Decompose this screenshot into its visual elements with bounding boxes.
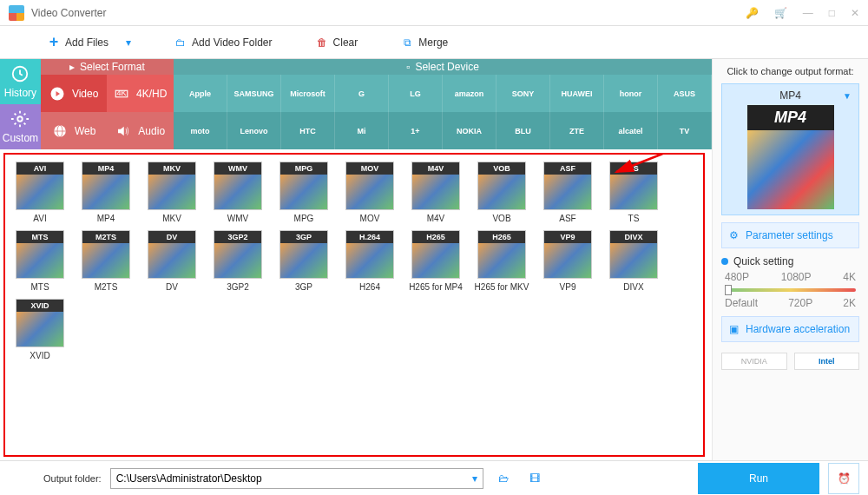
- run-button[interactable]: Run: [698, 463, 819, 494]
- parameter-settings-button[interactable]: ⚙ Parameter settings: [721, 222, 859, 248]
- device-sony[interactable]: SONY: [496, 75, 550, 112]
- device-mi[interactable]: Mi: [335, 112, 389, 149]
- history-label: History: [4, 87, 36, 99]
- video-tab-label: Video: [72, 88, 98, 100]
- device-g[interactable]: G: [335, 75, 389, 112]
- device-blu[interactable]: BLU: [496, 112, 550, 149]
- format-asf[interactable]: ASFASF: [540, 162, 595, 223]
- add-folder-button[interactable]: 🗀 Add Video Folder: [174, 36, 273, 49]
- history-tab[interactable]: History: [0, 59, 41, 104]
- format-label: 3GP2: [227, 282, 249, 292]
- device-lenovo[interactable]: Lenovo: [227, 112, 281, 149]
- output-folder-input[interactable]: C:\Users\Administrator\Desktop ▾: [110, 468, 483, 489]
- format-wmv[interactable]: WMVWMV: [210, 162, 266, 223]
- minimize-button[interactable]: —: [803, 7, 813, 19]
- quick-setting-label: Quick setting: [733, 255, 793, 267]
- format-dv[interactable]: DVDV: [144, 230, 200, 292]
- audio-tab[interactable]: Audio: [107, 112, 174, 149]
- device-nokia[interactable]: NOKIA: [443, 112, 496, 149]
- format-label: VP9: [560, 282, 576, 292]
- format-mp4[interactable]: MP4MP4: [78, 162, 134, 223]
- format-icon: H.264: [345, 230, 394, 279]
- device-alcatel[interactable]: alcatel: [604, 112, 658, 149]
- device-tv[interactable]: TV: [658, 112, 712, 149]
- device-asus[interactable]: ASUS: [658, 75, 712, 112]
- hardware-accel-button[interactable]: ▣ Hardware acceleration: [721, 316, 859, 342]
- format-icon: VOB: [477, 162, 526, 210]
- format-icon: MP4: [82, 162, 130, 210]
- web-tab[interactable]: Web: [41, 112, 108, 149]
- browse-folder-button[interactable]: 🗁: [492, 468, 515, 489]
- cart-icon[interactable]: 🛒: [774, 7, 787, 19]
- device-honor[interactable]: honor: [604, 75, 658, 112]
- format-3gp2[interactable]: 3GP23GP2: [210, 230, 266, 292]
- format-icon: TS: [609, 162, 658, 210]
- format-m2ts[interactable]: M2TSM2TS: [78, 230, 134, 292]
- hardware-accel-label: Hardware acceleration: [746, 323, 850, 335]
- slider-tick-label: 4K: [843, 271, 856, 283]
- format-label: H265 for MP4: [409, 282, 463, 292]
- left-column: History Custom ▸ Select Format Video: [0, 59, 712, 460]
- device-samsung[interactable]: SAMSUNG: [227, 75, 281, 112]
- quality-slider[interactable]: [725, 288, 856, 292]
- merge-button[interactable]: ⧉ Merge: [401, 36, 448, 49]
- hd-tab[interactable]: 4K 4K/HD: [107, 75, 174, 112]
- hardware-logos: NVIDIA Intel: [721, 349, 859, 373]
- slider-thumb[interactable]: [725, 285, 732, 295]
- format-h265-for-mkv[interactable]: H265H265 for MKV: [474, 230, 529, 292]
- format-mts[interactable]: MTSMTS: [12, 230, 68, 292]
- quick-setting-section: Quick setting 480P1080P4K Default720P2K: [721, 255, 859, 309]
- custom-tab[interactable]: Custom: [0, 104, 41, 149]
- app-logo-icon: [9, 5, 24, 21]
- format-mkv[interactable]: MKVMKV: [144, 162, 200, 223]
- svg-text:4K: 4K: [117, 89, 127, 97]
- format-divx[interactable]: DIVXDIVX: [606, 230, 661, 292]
- format-label: TS: [628, 214, 640, 223]
- format-m4v[interactable]: M4VM4V: [408, 162, 464, 223]
- format-icon: DV: [148, 230, 196, 279]
- device-apple[interactable]: Apple: [174, 75, 227, 112]
- device-microsoft[interactable]: Microsoft: [281, 75, 335, 112]
- plus-icon: +: [48, 36, 60, 49]
- schedule-button[interactable]: ⏰: [828, 463, 859, 494]
- format-label: MTS: [30, 282, 49, 292]
- format-mpg[interactable]: MPGMPG: [276, 162, 332, 223]
- format-avi[interactable]: AVIAVI: [12, 162, 68, 223]
- globe-icon: [52, 123, 68, 139]
- device-zte[interactable]: ZTE: [550, 112, 604, 149]
- device-moto[interactable]: moto: [174, 112, 227, 149]
- format-icon: M2TS: [82, 230, 130, 279]
- format-3gp[interactable]: 3GP3GP: [276, 230, 332, 292]
- add-files-dropdown[interactable]: ▾: [126, 36, 131, 49]
- gear-icon: [10, 109, 30, 129]
- video-tab[interactable]: Video: [41, 75, 108, 112]
- device-lg[interactable]: LG: [389, 75, 443, 112]
- format-mov[interactable]: MOVMOV: [342, 162, 398, 223]
- format-h264[interactable]: H.264H264: [342, 230, 398, 292]
- device-htc[interactable]: HTC: [281, 112, 335, 149]
- device-amazon[interactable]: amazon: [443, 75, 496, 112]
- output-format-selector[interactable]: MP4 ▼ MP4: [721, 83, 859, 215]
- clear-button[interactable]: 🗑 Clear: [316, 36, 358, 49]
- add-files-button[interactable]: + Add Files: [48, 36, 108, 49]
- format-label: H265 for MKV: [475, 282, 529, 292]
- open-output-button[interactable]: 🎞: [523, 468, 546, 489]
- device-huawei[interactable]: HUAWEI: [550, 75, 604, 112]
- format-ts[interactable]: TSTS: [606, 162, 661, 223]
- maximize-button[interactable]: □: [829, 7, 835, 19]
- clock-icon: ⏰: [838, 472, 851, 485]
- format-icon: MKV: [148, 162, 196, 210]
- format-vob[interactable]: VOBVOB: [474, 162, 529, 223]
- dot-icon: [721, 258, 728, 265]
- custom-label: Custom: [3, 132, 38, 144]
- format-h265-for-mp4[interactable]: H265H265 for MP4: [408, 230, 464, 292]
- history-icon: [10, 64, 30, 83]
- close-button[interactable]: ✕: [851, 7, 859, 19]
- format-icon: 3GP2: [214, 230, 262, 279]
- format-xvid[interactable]: XVIDXVID: [12, 299, 68, 360]
- web-tab-label: Web: [75, 125, 95, 137]
- key-icon[interactable]: 🔑: [746, 7, 759, 19]
- format-vp9[interactable]: VP9VP9: [540, 230, 595, 292]
- window-controls: 🔑 🛒 — □ ✕: [746, 7, 859, 19]
- device-1+[interactable]: 1+: [389, 112, 443, 149]
